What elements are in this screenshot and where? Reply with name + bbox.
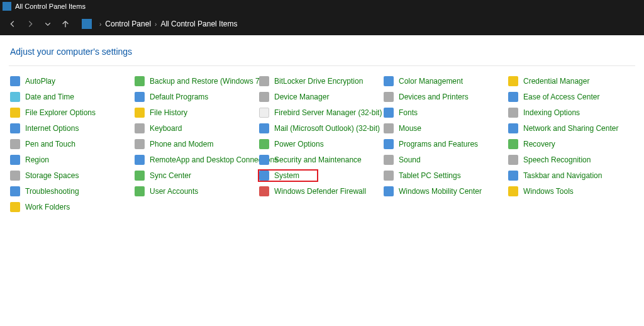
item-label: Fonts	[399, 108, 418, 117]
control-panel-item-troubleshooting[interactable]: Troubleshooting	[9, 185, 133, 198]
page-heading: Adjust your computer's settings	[9, 47, 635, 57]
control-panel-item-indexing-options[interactable]: Indexing Options	[507, 106, 631, 119]
item-label: Taskbar and Navigation	[523, 171, 602, 180]
back-button[interactable]	[6, 18, 19, 30]
control-panel-item-sync-center[interactable]: Sync Center	[133, 169, 258, 182]
control-panel-item-remoteapp-and-desktop-connections[interactable]: RemoteApp and Desktop Connections	[133, 154, 258, 166]
breadcrumb-current[interactable]: All Control Panel Items	[160, 20, 237, 28]
control-panel-item-backup-and-restore-windows-7-[interactable]: Backup and Restore (Windows 7)	[133, 75, 258, 87]
control-panel-item-windows-mobility-center[interactable]: Windows Mobility Center	[382, 185, 507, 198]
control-panel-item-date-and-time[interactable]: Date and Time	[9, 91, 133, 103]
item-label: File History	[150, 108, 187, 117]
mail-icon	[259, 123, 269, 133]
item-label: Programs and Features	[399, 140, 478, 149]
items-grid: AutoPlayBackup and Restore (Windows 7)Bi…	[9, 75, 635, 213]
users-icon	[135, 186, 145, 196]
item-label: Troubleshooting	[25, 187, 79, 196]
control-panel-item-firebird-server-manager-32-bit-[interactable]: Firebird Server Manager (32-bit)	[258, 106, 382, 119]
control-panel-item-bitlocker-drive-encryption[interactable]: BitLocker Drive Encryption	[258, 75, 382, 87]
control-panel-item-default-programs[interactable]: Default Programs	[133, 91, 258, 103]
up-button[interactable]	[59, 18, 72, 30]
control-panel-item-region[interactable]: Region	[9, 154, 133, 166]
breadcrumb[interactable]: › Control Panel › All Control Panel Item…	[82, 19, 237, 29]
system-icon	[259, 171, 269, 181]
item-label: User Accounts	[150, 187, 198, 196]
item-label: Storage Spaces	[25, 171, 79, 180]
firewall-icon	[259, 186, 269, 196]
control-panel-item-programs-and-features[interactable]: Programs and Features	[382, 138, 507, 150]
control-panel-item-network-and-sharing-center[interactable]: Network and Sharing Center	[507, 122, 631, 135]
divider	[9, 65, 635, 66]
control-panel-item-keyboard[interactable]: Keyboard	[133, 122, 258, 135]
control-panel-item-file-history[interactable]: File History	[133, 106, 258, 119]
security-icon	[259, 155, 269, 165]
item-label: Recovery	[523, 140, 555, 149]
item-label: BitLocker Drive Encryption	[274, 77, 363, 86]
control-panel-item-mail-microsoft-outlook-32-bit-[interactable]: Mail (Microsoft Outlook) (32-bit)	[258, 122, 382, 135]
control-panel-item-phone-and-modem[interactable]: Phone and Modem	[133, 138, 258, 150]
control-panel-item-security-and-maintenance[interactable]: Security and Maintenance	[258, 154, 382, 166]
color-icon	[384, 76, 394, 86]
item-label: Device Manager	[274, 93, 329, 101]
item-label: Mouse	[399, 124, 421, 133]
control-panel-item-ease-of-access-center[interactable]: Ease of Access Center	[507, 91, 631, 103]
control-panel-item-internet-options[interactable]: Internet Options	[9, 122, 133, 135]
control-panel-item-storage-spaces[interactable]: Storage Spaces	[9, 169, 133, 182]
item-label: Keyboard	[150, 124, 182, 133]
fonts-icon	[384, 108, 394, 118]
control-panel-item-file-explorer-options[interactable]: File Explorer Options	[9, 106, 133, 119]
indexing-icon	[508, 108, 518, 118]
sound-icon	[384, 155, 394, 165]
control-panel-item-tablet-pc-settings[interactable]: Tablet PC Settings	[382, 169, 507, 182]
internet-icon	[10, 123, 20, 133]
item-label: Color Management	[399, 77, 463, 86]
control-panel-item-recovery[interactable]: Recovery	[507, 138, 631, 150]
pen-icon	[10, 139, 20, 149]
recent-dropdown[interactable]	[42, 18, 54, 30]
control-panel-item-user-accounts[interactable]: User Accounts	[133, 185, 258, 198]
control-panel-icon	[3, 2, 11, 11]
chevron-right-icon[interactable]: ›	[155, 21, 157, 28]
control-panel-item-color-management[interactable]: Color Management	[382, 75, 507, 87]
control-panel-item-windows-defender-firewall[interactable]: Windows Defender Firewall	[258, 185, 382, 198]
chevron-right-icon[interactable]: ›	[99, 21, 101, 28]
control-panel-icon	[82, 19, 92, 29]
item-label: Work Folders	[25, 203, 70, 211]
control-panel-item-speech-recognition[interactable]: Speech Recognition	[507, 154, 631, 166]
item-label: Credential Manager	[523, 77, 589, 86]
backup-icon	[135, 76, 145, 86]
control-panel-item-sound[interactable]: Sound	[382, 154, 507, 166]
window-title: All Control Panel Items	[15, 3, 86, 10]
autoplay-icon	[10, 76, 20, 86]
control-panel-item-work-folders[interactable]: Work Folders	[9, 201, 133, 213]
control-panel-item-system[interactable]: System	[258, 169, 318, 182]
control-panel-item-fonts[interactable]: Fonts	[382, 106, 507, 119]
taskbar-icon	[508, 171, 518, 181]
item-label: Date and Time	[25, 93, 74, 101]
item-label: Sound	[399, 155, 421, 164]
navbar: › Control Panel › All Control Panel Item…	[0, 13, 644, 35]
control-panel-item-autoplay[interactable]: AutoPlay	[9, 75, 133, 87]
item-label: Default Programs	[150, 93, 208, 101]
item-label: Power Options	[274, 140, 324, 149]
control-panel-item-pen-and-touch[interactable]: Pen and Touch	[9, 138, 133, 150]
item-label: Windows Tools	[523, 187, 574, 196]
control-panel-item-windows-tools[interactable]: Windows Tools	[507, 185, 631, 198]
programs-icon	[384, 139, 394, 149]
forward-button[interactable]	[24, 18, 36, 30]
breadcrumb-root[interactable]: Control Panel	[105, 20, 151, 28]
item-label: Windows Mobility Center	[399, 187, 482, 196]
troubleshoot-icon	[10, 186, 20, 196]
control-panel-item-taskbar-and-navigation[interactable]: Taskbar and Navigation	[507, 169, 631, 182]
control-panel-item-power-options[interactable]: Power Options	[258, 138, 382, 150]
control-panel-item-devices-and-printers[interactable]: Devices and Printers	[382, 91, 507, 103]
item-label: Phone and Modem	[150, 140, 213, 149]
control-panel-item-device-manager[interactable]: Device Manager	[258, 91, 382, 103]
control-panel-item-mouse[interactable]: Mouse	[382, 122, 507, 135]
item-label: Sync Center	[150, 171, 191, 180]
item-label: Tablet PC Settings	[399, 171, 461, 180]
device-manager-icon	[259, 92, 269, 102]
remoteapp-icon	[135, 155, 145, 165]
item-label: Backup and Restore (Windows 7)	[150, 77, 262, 86]
control-panel-item-credential-manager[interactable]: Credential Manager	[507, 75, 631, 87]
